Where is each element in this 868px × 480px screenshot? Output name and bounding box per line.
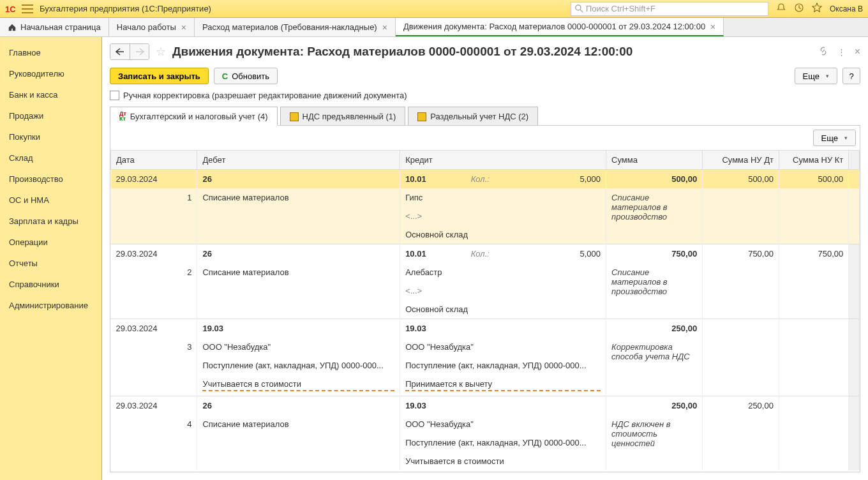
sidebar-item-pokupki[interactable]: Покупки	[0, 126, 101, 147]
entries-table[interactable]: Дата Дебет Кредит Сумма Сумма НУ Дт Сумм…	[110, 150, 860, 472]
sidebar-item-admin[interactable]: Администрирование	[0, 295, 101, 316]
sidebar-item-spravochniki[interactable]: Справочники	[0, 274, 101, 295]
th-nukt[interactable]: Сумма НУ Кт	[779, 151, 848, 170]
sidebar-item-bank-kassa[interactable]: Банк и касса	[0, 84, 101, 105]
window-tabs: Начальная страница Начало работы × Расхо…	[0, 18, 868, 37]
global-search-input[interactable]: Поиск Ctrl+Shift+F	[571, 2, 768, 16]
close-icon[interactable]: ×	[382, 22, 387, 33]
history-icon[interactable]	[794, 3, 804, 15]
th-nudt[interactable]: Сумма НУ Дт	[703, 151, 779, 170]
tab-nds-predyavlennyy[interactable]: НДС предъявленный (1)	[280, 107, 406, 126]
hamburger-icon[interactable]	[22, 4, 33, 13]
home-tab[interactable]: Начальная страница	[0, 18, 109, 36]
close-icon[interactable]: ×	[855, 46, 860, 57]
app-logo: 1С	[5, 3, 18, 15]
table-row[interactable]: 29.03.20242610.015,000Кол.:500,00500,005…	[111, 170, 860, 189]
table-row[interactable]: <...>	[111, 207, 860, 225]
scrollbar[interactable]	[849, 151, 860, 170]
table-row[interactable]: 29.03.20242619.03250,00250,00	[111, 396, 860, 416]
th-debit[interactable]: Дебет	[197, 151, 400, 170]
user-name[interactable]: Оксана В	[830, 4, 863, 13]
favorite-star-icon[interactable]: ☆	[156, 45, 166, 59]
manual-edit-checkbox[interactable]	[110, 91, 119, 100]
tab-nachalo-raboty[interactable]: Начало работы ×	[109, 18, 195, 36]
table-more-button[interactable]: Еще	[813, 130, 856, 146]
sidebar: Главное Руководителю Банк и касса Продаж…	[0, 37, 102, 480]
table-row[interactable]: Основной склад	[111, 225, 860, 244]
table-row[interactable]: Учитывается в стоимостиПринимается к выч…	[111, 375, 860, 396]
nav-buttons	[110, 43, 149, 60]
tab-buh-uchet[interactable]: ДтКт Бухгалтерский и налоговый учет (4)	[110, 107, 278, 126]
sidebar-item-prodazhi[interactable]: Продажи	[0, 105, 101, 126]
link-icon[interactable]	[818, 46, 828, 58]
table-row[interactable]: Основной склад	[111, 300, 860, 319]
sidebar-item-sklad[interactable]: Склад	[0, 147, 101, 169]
page-title: Движения документа: Расход материалов 00…	[172, 45, 812, 59]
sidebar-item-os-nma[interactable]: ОС и НМА	[0, 190, 101, 211]
bell-icon[interactable]	[776, 3, 786, 15]
table-row[interactable]: 2Списание материаловАлебастрСписание мат…	[111, 263, 860, 281]
refresh-button[interactable]: СОбновить	[214, 68, 278, 84]
th-date[interactable]: Дата	[111, 151, 197, 170]
sidebar-item-otchety[interactable]: Отчеты	[0, 253, 101, 274]
sidebar-item-rukovoditelu[interactable]: Руководителю	[0, 63, 101, 84]
register-icon	[290, 112, 299, 121]
save-close-button[interactable]: Записать и закрыть	[110, 68, 209, 84]
table-row[interactable]: 3ООО "Незабудка"ООО "Незабудка"Корректир…	[111, 338, 860, 356]
table-row[interactable]: <...>	[111, 281, 860, 300]
help-button[interactable]: ?	[842, 68, 860, 84]
close-icon[interactable]: ×	[710, 22, 715, 32]
manual-edit-label: Ручная корректировка (разрешает редактир…	[123, 91, 407, 100]
sidebar-item-glavnoe[interactable]: Главное	[0, 42, 101, 63]
table-row[interactable]: Учитывается в стоимости	[111, 452, 860, 470]
titlebar: 1С Бухгалтерия предприятия (1С:Предприят…	[0, 0, 868, 18]
app-title: Бухгалтерия предприятия (1С:Предприятие)	[40, 4, 211, 13]
star-icon[interactable]	[812, 3, 822, 15]
table-row[interactable]: 29.03.202419.0319.03250,00	[111, 319, 860, 338]
table-row[interactable]: Поступление (акт, накладная, УПД) 0000-0…	[111, 356, 860, 375]
table-row[interactable]: 4Списание материаловООО "Незабудка"НДС в…	[111, 415, 860, 433]
tab-razdelnyy-nds[interactable]: Раздельный учет НДС (2)	[408, 107, 538, 126]
sidebar-item-operacii[interactable]: Операции	[0, 232, 101, 253]
svg-point-1	[576, 5, 581, 10]
more-button[interactable]: Еще	[795, 68, 837, 84]
svg-text:1С: 1С	[5, 4, 16, 14]
dt-kt-icon: ДтКт	[119, 111, 126, 121]
register-icon	[417, 112, 426, 121]
sidebar-item-zarplata[interactable]: Зарплата и кадры	[0, 211, 101, 232]
forward-button[interactable]	[130, 44, 149, 59]
table-row[interactable]: Поступление (акт, накладная, УПД) 0000-0…	[111, 433, 860, 452]
tab-rashod-materialov[interactable]: Расход материалов (Требования-накладные)…	[195, 18, 396, 36]
close-icon[interactable]: ×	[181, 22, 186, 33]
table-row[interactable]: 29.03.20242610.015,000Кол.:750,00750,007…	[111, 244, 860, 264]
refresh-icon: С	[222, 71, 228, 81]
back-button[interactable]	[110, 44, 130, 59]
sidebar-item-proizvodstvo[interactable]: Производство	[0, 169, 101, 190]
svg-line-2	[580, 10, 583, 12]
th-sum[interactable]: Сумма	[606, 151, 703, 170]
kebab-icon[interactable]: ⋮	[837, 47, 846, 57]
th-credit[interactable]: Кредит	[400, 151, 606, 170]
tab-dvizheniya-dokumenta[interactable]: Движения документа: Расход материалов 00…	[396, 18, 724, 36]
table-row[interactable]: 1Списание материаловГипсСписание материа…	[111, 188, 860, 207]
